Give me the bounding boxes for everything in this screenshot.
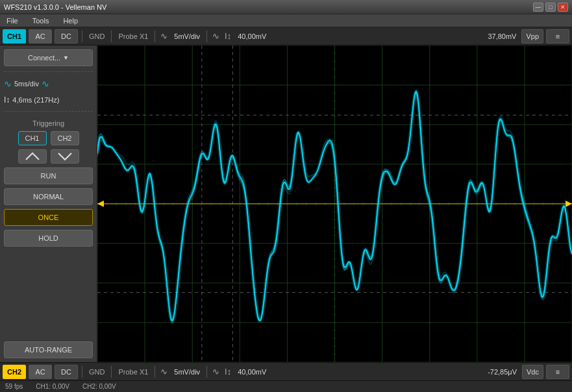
ch1-offset-value: 40,00mV <box>235 32 269 40</box>
ch2-divider-1 <box>82 366 82 378</box>
ch1-trig-button[interactable]: CH1 <box>18 131 47 145</box>
ch2-toolbar: CH2 AC DC GND Probe X1 ∿ 5mV/div ∿ I↕ 40… <box>0 362 572 380</box>
timebase-icon: ∿ <box>4 79 12 89</box>
ch1-sine-icon: ∿ <box>159 31 169 41</box>
ch2-sine-icon: ∿ <box>159 367 169 376</box>
window-controls: — □ ✕ <box>533 3 568 12</box>
main-area: Connect... ▼ ∿ 5ms/div ∿ I↕ 4,6ms (217Hz… <box>0 45 572 362</box>
menu-help[interactable]: Help <box>59 16 82 26</box>
status-bar: 59 fps CH1: 0,00V CH2: 0,00V <box>0 380 572 392</box>
menu-file[interactable]: File <box>3 16 22 26</box>
ch1-dc-button[interactable]: DC <box>55 29 78 43</box>
maximize-button[interactable]: □ <box>545 3 556 12</box>
ch2-dc-button[interactable]: DC <box>55 365 78 379</box>
freq-row: I↕ 4,6ms (217Hz) <box>4 94 93 106</box>
connect-button[interactable]: Connect... ▼ <box>4 49 93 66</box>
ch1-status: CH1: 0,00V <box>36 383 69 390</box>
ch1-sine2-icon: ∿ <box>211 31 221 41</box>
ch1-probe-label: Probe X1 <box>116 32 151 40</box>
auto-range-button[interactable]: AUTO-RANGE <box>4 341 93 358</box>
ch2-measurement-value: -72,85μV <box>485 368 519 376</box>
title-bar: WFS210 v1.3.0.0 - Velleman NV — □ ✕ <box>0 0 572 14</box>
panel-divider-2 <box>4 111 93 112</box>
freq-icon: I↕ <box>4 95 10 104</box>
ch1-button[interactable]: CH1 <box>3 29 26 43</box>
ch2-vdiv-value: 5mV/div <box>171 368 203 376</box>
title-text: WFS210 v1.3.0.0 - Velleman NV <box>4 3 106 11</box>
menu-bar: File Tools Help <box>0 14 572 27</box>
ch2-divider-2 <box>111 366 112 378</box>
toolbar-divider-3 <box>155 31 155 42</box>
ch2-ac-button[interactable]: AC <box>29 365 52 379</box>
toolbar-divider-4 <box>206 31 207 42</box>
ch1-cursor-icon: I↕ <box>223 31 232 41</box>
ch1-ac-button[interactable]: AC <box>29 29 52 43</box>
ch2-offset-value: 40,00mV <box>235 368 269 376</box>
timebase-value: 5ms/div <box>14 80 39 88</box>
trigger-row: CH1 CH2 <box>4 131 93 145</box>
timebase-row: ∿ 5ms/div ∿ <box>4 77 93 90</box>
ch1-vpp-button[interactable]: Vpp <box>521 29 543 43</box>
menu-tools[interactable]: Tools <box>29 16 53 26</box>
triggering-label: Triggering <box>4 119 93 127</box>
ch1-settings-button[interactable]: ≡ <box>546 29 569 43</box>
toolbar-divider-1 <box>82 31 82 42</box>
fall-slope-button[interactable] <box>51 149 79 164</box>
fps-status: 59 fps <box>5 383 23 390</box>
once-button[interactable]: ONCE <box>4 209 93 226</box>
ch2-vdc-button[interactable]: Vdc <box>522 365 543 379</box>
scope-screen <box>97 45 572 362</box>
run-button[interactable]: RUN <box>4 167 93 184</box>
freq-value: 4,6ms (217Hz) <box>12 96 59 104</box>
ch1-vdiv-value: 5mV/div <box>171 32 203 40</box>
ch2-cursor-icon: I↕ <box>223 367 232 376</box>
scope-canvas <box>97 45 572 362</box>
slope-row <box>4 149 93 164</box>
ch2-gnd-label: GND <box>86 368 107 376</box>
ch2-button[interactable]: CH2 <box>3 365 26 379</box>
ch2-divider-3 <box>155 366 155 378</box>
rise-slope-button[interactable] <box>18 149 47 164</box>
ch2-trig-button[interactable]: CH2 <box>51 131 79 145</box>
ch2-divider-4 <box>206 366 207 378</box>
left-panel: Connect... ▼ ∿ 5ms/div ∿ I↕ 4,6ms (217Hz… <box>0 45 97 362</box>
ch2-probe-label: Probe X1 <box>116 368 151 376</box>
ch1-gnd-label: GND <box>86 32 107 40</box>
close-button[interactable]: ✕ <box>558 3 568 12</box>
normal-button[interactable]: NORMAL <box>4 188 93 205</box>
minimize-button[interactable]: — <box>533 3 543 12</box>
panel-divider-1 <box>4 71 93 72</box>
ch2-sine2-icon: ∿ <box>211 367 221 376</box>
ch2-status: CH2: 0,00V <box>82 383 116 390</box>
hold-button[interactable]: HOLD <box>4 230 93 247</box>
toolbar-divider-2 <box>111 31 112 42</box>
ch1-toolbar: CH1 AC DC GND Probe X1 ∿ 5mV/div ∿ I↕ 40… <box>0 27 572 45</box>
ch2-settings-button[interactable]: ≡ <box>546 365 569 379</box>
timebase-icon2: ∿ <box>42 79 49 89</box>
ch1-measurement-value: 37,80mV <box>485 32 519 40</box>
